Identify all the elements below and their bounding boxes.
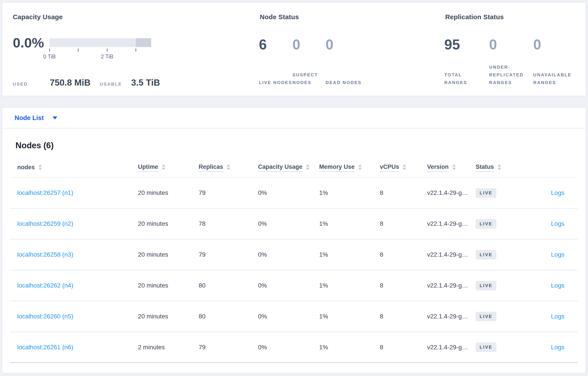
replicas-cell: 78 [199, 220, 258, 227]
memory-cell: 1% [319, 220, 380, 227]
status-badge: LIVE [476, 281, 496, 290]
column-header-label: vCPUs [380, 164, 399, 172]
table-row: localhost:26259 (n2) 20 minutes 78 0% 1%… [10, 209, 578, 240]
status-badge: LIVE [476, 188, 496, 198]
vcpus-cell: 8 [380, 189, 427, 196]
replicas-cell: 80 [199, 282, 258, 289]
nodes-table-header: nodes Uptime Replicas Capacity Usage Mem… [10, 158, 578, 178]
uptime-cell: 20 minutes [138, 189, 199, 196]
capacity-cell: 0% [258, 251, 319, 258]
column-header-version[interactable]: Version [427, 164, 476, 172]
logs-link[interactable]: Logs [551, 344, 564, 351]
column-header-nodes[interactable]: nodes [17, 164, 138, 172]
version-cell: v22.1.4-29-g… [427, 282, 476, 289]
unavailable-ranges-count: 0 [533, 38, 588, 52]
used-value: 750.8 MiB [50, 78, 91, 88]
sort-icon [306, 164, 309, 170]
capacity-usage-section: Capacity Usage 0.0% 0 TiB 2 TiB USED 750… [13, 13, 245, 21]
status-badge: LIVE [476, 312, 496, 321]
node-link[interactable]: localhost:26258 (n3) [17, 251, 73, 258]
vcpus-cell: 8 [380, 220, 427, 227]
vcpus-cell: 8 [380, 344, 427, 351]
node-list-dropdown[interactable]: Node List [15, 114, 57, 122]
node-status-stats: 6 LIVE NODES 0 SUSPECT NODES 0 DEAD NODE… [259, 38, 363, 86]
logs-link[interactable]: Logs [551, 220, 564, 227]
column-header-label: Uptime [138, 164, 158, 172]
dead-nodes-count: 0 [326, 38, 363, 52]
sort-icon [403, 164, 406, 170]
capacity-percent-value: 0.0% [13, 36, 44, 50]
suspect-nodes-stat: 0 SUSPECT NODES [293, 38, 326, 86]
status-badge: LIVE [476, 219, 496, 229]
total-ranges-stat: 95 TOTAL RANGES [444, 38, 489, 86]
usable-value: 3.5 TiB [131, 78, 160, 88]
replication-status-title: Replication Status [445, 13, 587, 21]
node-link[interactable]: localhost:26257 (n1) [17, 189, 73, 196]
version-cell: v22.1.4-29-g… [427, 313, 476, 320]
table-row: localhost:26261 (n6) 2 minutes 79 0% 1% … [10, 332, 578, 363]
replication-stats: 95 TOTAL RANGES 0 UNDER-REPLICATED RANGE… [444, 38, 588, 86]
capacity-usage-bar [49, 38, 151, 47]
logs-link[interactable]: Logs [551, 251, 564, 258]
total-ranges-count: 95 [444, 38, 489, 52]
nodes-heading: Nodes (6) [15, 141, 586, 150]
uptime-cell: 20 minutes [138, 282, 199, 289]
version-cell: v22.1.4-29-g… [427, 344, 476, 351]
column-header-capacity-usage[interactable]: Capacity Usage [258, 164, 319, 172]
column-header-uptime[interactable]: Uptime [138, 164, 199, 172]
axis-tick-label: 2 TiB [94, 53, 120, 60]
vcpus-cell: 8 [380, 251, 427, 258]
suspect-nodes-count: 0 [293, 38, 326, 52]
replicas-cell: 79 [199, 344, 258, 351]
sort-icon [358, 164, 362, 170]
dead-nodes-label: DEAD NODES [326, 79, 363, 86]
dead-nodes-stat: 0 DEAD NODES [326, 38, 363, 86]
axis-tick [49, 49, 50, 52]
axis-tick-label: 0 TiB [36, 53, 63, 60]
column-header-replicas[interactable]: Replicas [199, 164, 258, 172]
sort-icon [38, 164, 42, 170]
table-row: localhost:26262 (n4) 20 minutes 80 0% 1%… [10, 270, 578, 301]
memory-cell: 1% [319, 282, 380, 289]
table-row: localhost:26257 (n1) 20 minutes 79 0% 1%… [10, 178, 578, 209]
live-nodes-label: LIVE NODES [259, 79, 293, 86]
column-header-memory-use[interactable]: Memory Use [319, 164, 380, 172]
vcpus-cell: 8 [380, 282, 427, 289]
used-label: USED [13, 82, 28, 87]
node-link[interactable]: localhost:26262 (n4) [17, 282, 73, 289]
logs-link[interactable]: Logs [551, 313, 564, 320]
logs-link[interactable]: Logs [551, 189, 564, 196]
unavailable-ranges-label: UNAVAILABLE RANGES [533, 71, 575, 86]
memory-cell: 1% [319, 313, 380, 320]
column-header-label: Version [427, 164, 449, 172]
capacity-cell: 0% [258, 282, 319, 289]
logs-link[interactable]: Logs [551, 282, 564, 289]
column-header-status[interactable]: Status [476, 164, 520, 172]
unavailable-ranges-stat: 0 UNAVAILABLE RANGES [533, 38, 588, 86]
vcpus-cell: 8 [380, 313, 427, 320]
node-list-dropdown-bar: Node List [2, 107, 586, 128]
node-status-title: Node Status [260, 13, 414, 21]
column-header-label: Replicas [199, 164, 223, 172]
memory-cell: 1% [319, 344, 380, 351]
node-link[interactable]: localhost:26260 (n5) [17, 313, 73, 320]
node-link[interactable]: localhost:26261 (n6) [17, 344, 73, 351]
capacity-cell: 0% [258, 344, 319, 351]
status-badge: LIVE [476, 343, 496, 352]
uptime-cell: 20 minutes [138, 313, 199, 320]
replicas-cell: 80 [199, 313, 258, 320]
version-cell: v22.1.4-29-g… [427, 251, 476, 258]
chevron-down-icon [52, 116, 57, 119]
capacity-bar-usable-segment [49, 38, 136, 47]
node-link[interactable]: localhost:26259 (n2) [17, 220, 73, 227]
uptime-cell: 20 minutes [138, 251, 199, 258]
memory-cell: 1% [319, 189, 380, 196]
column-header-vcpus[interactable]: vCPUs [380, 164, 427, 172]
suspect-nodes-label: SUSPECT NODES [293, 71, 326, 86]
under-replicated-ranges-label: UNDER-REPLICATED RANGES [489, 63, 531, 86]
column-header-label: Capacity Usage [258, 164, 302, 172]
under-replicated-ranges-stat: 0 UNDER-REPLICATED RANGES [489, 38, 533, 86]
under-replicated-ranges-count: 0 [489, 38, 533, 52]
nodes-table-panel: Nodes (6) nodes Uptime Replicas Capacity… [2, 128, 586, 373]
axis-tick [78, 49, 79, 52]
